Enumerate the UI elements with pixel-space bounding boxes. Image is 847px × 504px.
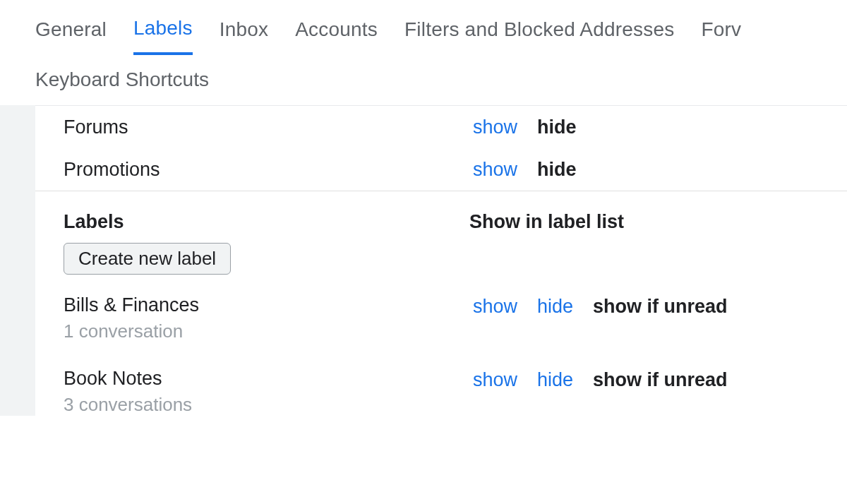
show-link[interactable]: show bbox=[473, 159, 517, 181]
main-content: Forums show hide Promotions show hide La… bbox=[35, 105, 847, 416]
settings-tabs-row1: General Labels Inbox Accounts Filters an… bbox=[0, 0, 847, 56]
label-row-book-notes: Book Notes 3 conversations show hide sho… bbox=[35, 342, 847, 416]
tab-inbox[interactable]: Inbox bbox=[220, 14, 269, 54]
labels-section-header: Labels Show in label list bbox=[35, 191, 847, 239]
hide-link[interactable]: hide bbox=[537, 116, 577, 138]
hide-link[interactable]: hide bbox=[537, 296, 573, 318]
label-name: Book Notes bbox=[64, 368, 473, 390]
left-gutter bbox=[0, 105, 35, 416]
category-row-promotions: Promotions show hide bbox=[35, 148, 847, 191]
show-link[interactable]: show bbox=[473, 116, 517, 138]
settings-tabs-row2: Keyboard Shortcuts bbox=[0, 56, 847, 105]
tab-general[interactable]: General bbox=[35, 14, 107, 54]
tab-forwarding[interactable]: Forv bbox=[701, 14, 741, 54]
tab-accounts[interactable]: Accounts bbox=[295, 14, 378, 54]
show-link[interactable]: show bbox=[473, 296, 517, 318]
show-link[interactable]: show bbox=[473, 369, 517, 391]
category-name: Forums bbox=[64, 116, 128, 138]
show-if-unread-link[interactable]: show if unread bbox=[593, 296, 728, 318]
tab-labels[interactable]: Labels bbox=[133, 13, 193, 55]
tab-filters[interactable]: Filters and Blocked Addresses bbox=[404, 14, 674, 54]
category-name: Promotions bbox=[64, 159, 160, 180]
show-if-unread-link[interactable]: show if unread bbox=[593, 369, 728, 391]
label-conversations: 1 conversation bbox=[64, 320, 473, 342]
label-row-bills-finances: Bills & Finances 1 conversation show hid… bbox=[35, 287, 847, 342]
label-name: Bills & Finances bbox=[64, 294, 473, 316]
hide-link[interactable]: hide bbox=[537, 369, 573, 391]
hide-link[interactable]: hide bbox=[537, 159, 577, 181]
create-new-label-button[interactable]: Create new label bbox=[64, 243, 231, 275]
labels-column-title: Show in label list bbox=[469, 211, 624, 233]
tab-keyboard-shortcuts[interactable]: Keyboard Shortcuts bbox=[35, 68, 209, 90]
category-row-forums: Forums show hide bbox=[35, 106, 847, 148]
labels-section-title: Labels bbox=[64, 211, 469, 233]
content-area: Forums show hide Promotions show hide La… bbox=[0, 105, 847, 416]
create-label-row: Create new label bbox=[35, 239, 847, 287]
label-conversations: 3 conversations bbox=[64, 394, 473, 416]
